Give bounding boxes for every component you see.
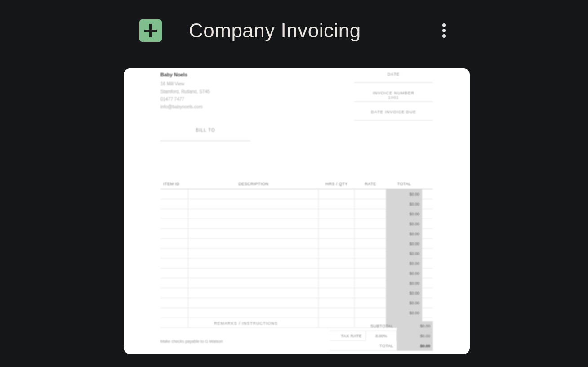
summary-total-row: TOTAL $0.00 <box>330 341 433 351</box>
table-cell <box>188 199 319 209</box>
more-options-button[interactable] <box>435 22 453 40</box>
document-thumbnail[interactable]: Baby Noels 16 Mill View Stamford, Rutlan… <box>124 68 470 354</box>
table-cell <box>355 298 386 308</box>
table-cell <box>188 249 319 259</box>
table-cell <box>319 239 355 249</box>
summary-tax-rate-row: TAX RATE 8.00% $0.00 <box>330 331 433 341</box>
subtotal-label: SUBTOTAL <box>330 321 397 331</box>
row-total: $0.00 <box>386 209 422 219</box>
table-cell <box>160 229 188 239</box>
table-cell <box>160 278 188 288</box>
table-cell <box>160 298 188 308</box>
line-items-table: ITEM ID DESCRIPTION HRS / QTY RATE TOTAL… <box>160 182 433 328</box>
table-cell <box>319 219 355 229</box>
table-cell <box>160 269 188 278</box>
invoice-number-field: 1001 <box>354 95 433 102</box>
table-cell <box>188 308 319 318</box>
table-cell <box>188 239 319 249</box>
table-cell <box>160 288 188 298</box>
table-cell <box>355 239 386 249</box>
table-cell <box>355 259 386 269</box>
table-cell <box>355 229 386 239</box>
table-cell <box>355 269 386 278</box>
table-cell <box>355 219 386 229</box>
table-cell <box>160 209 188 219</box>
table-cell <box>355 199 386 209</box>
summary-block: SUBTOTAL $0.00 TAX RATE 8.00% $0.00 TOTA… <box>330 321 433 351</box>
summary-subtotal-row: SUBTOTAL $0.00 <box>330 321 433 331</box>
tax-rate-label: TAX RATE <box>330 331 365 341</box>
row-total: $0.00 <box>386 288 422 298</box>
row-total: $0.00 <box>386 189 422 199</box>
table-cell <box>188 278 319 288</box>
table-cell <box>188 219 319 229</box>
total-label: TOTAL <box>330 341 397 351</box>
bill-to-block: BILL TO <box>160 128 250 133</box>
th-item-id: ITEM ID <box>160 182 188 186</box>
table-cell <box>160 199 188 209</box>
table-cell <box>319 189 355 199</box>
label-date: DATE <box>354 72 433 76</box>
table-cell <box>188 259 319 269</box>
row-total: $0.00 <box>386 229 422 239</box>
row-total: $0.00 <box>386 259 422 269</box>
subtotal-value: $0.00 <box>397 321 433 331</box>
table-cell <box>355 278 386 288</box>
table-row: $0.00 <box>160 199 433 209</box>
table-cell <box>319 259 355 269</box>
bill-to-rule <box>160 135 250 141</box>
table-cell <box>319 288 355 298</box>
table-row: $0.00 <box>160 229 433 239</box>
svg-point-4 <box>442 34 446 38</box>
row-total: $0.00 <box>386 308 422 318</box>
tax-rate-value: 8.00% <box>365 331 397 341</box>
table-cell <box>319 269 355 278</box>
table-row: $0.00 <box>160 189 433 199</box>
table-row: $0.00 <box>160 209 433 219</box>
table-cell <box>319 308 355 318</box>
tax-amount-value: $0.00 <box>397 331 433 341</box>
row-total: $0.00 <box>386 249 422 259</box>
table-cell <box>355 288 386 298</box>
bottom-section: REMARKS / INSTRUCTIONS Make checks payab… <box>160 321 433 344</box>
row-total: $0.00 <box>386 269 422 278</box>
table-header: ITEM ID DESCRIPTION HRS / QTY RATE TOTAL <box>160 182 433 189</box>
th-description: DESCRIPTION <box>188 182 319 186</box>
svg-point-2 <box>442 23 446 27</box>
invoice-preview: Baby Noels 16 Mill View Stamford, Rutlan… <box>160 72 433 354</box>
table-row: $0.00 <box>160 298 433 308</box>
th-total: TOTAL <box>386 182 422 186</box>
table-row: $0.00 <box>160 259 433 269</box>
invoice-number-value: 1001 <box>354 95 433 100</box>
table-row: $0.00 <box>160 278 433 288</box>
table-cell <box>188 229 319 239</box>
page-title: Company Invoicing <box>189 19 361 42</box>
row-total: $0.00 <box>386 298 422 308</box>
row-total: $0.00 <box>386 199 422 209</box>
label-invoice-number: INVOICE NUMBER <box>354 91 433 95</box>
table-cell <box>319 278 355 288</box>
table-cell <box>188 288 319 298</box>
th-rate: RATE <box>355 182 386 186</box>
table-row: $0.00 <box>160 239 433 249</box>
table-cell <box>319 229 355 239</box>
table-row: $0.00 <box>160 288 433 298</box>
row-total: $0.00 <box>386 278 422 288</box>
table-cell <box>160 239 188 249</box>
invoice-meta: DATE INVOICE NUMBER 1001 DATE INVOICE DU… <box>354 72 433 129</box>
table-cell <box>160 308 188 318</box>
table-cell <box>160 259 188 269</box>
table-row: $0.00 <box>160 308 433 318</box>
more-vertical-icon <box>442 22 446 39</box>
table-body: $0.00$0.00$0.00$0.00$0.00$0.00$0.00$0.00… <box>160 189 433 328</box>
row-total: $0.00 <box>386 239 422 249</box>
table-cell <box>319 249 355 259</box>
sheets-icon <box>139 19 162 42</box>
table-cell <box>319 298 355 308</box>
date-due-field <box>354 114 433 121</box>
row-total: $0.00 <box>386 219 422 229</box>
label-date-due: DATE INVOICE DUE <box>354 110 433 114</box>
table-cell <box>188 298 319 308</box>
table-row: $0.00 <box>160 219 433 229</box>
sheets-glyph-icon <box>143 22 159 39</box>
